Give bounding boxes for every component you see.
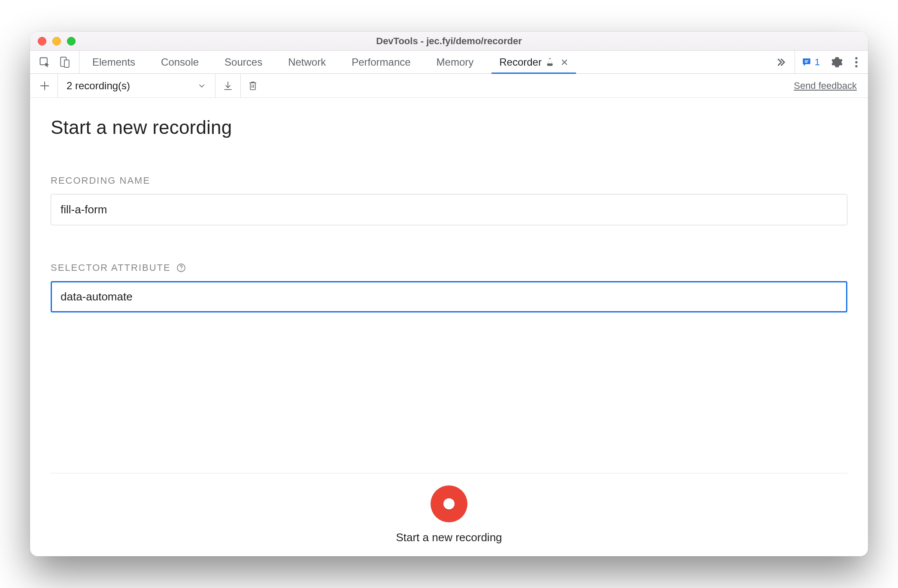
panel-tabs: Elements Console Sources Network Perform… bbox=[79, 51, 767, 73]
tab-label: Elements bbox=[92, 56, 135, 68]
tab-recorder[interactable]: Recorder bbox=[486, 51, 581, 73]
tab-label: Network bbox=[288, 56, 326, 68]
recording-selector-label: 2 recording(s) bbox=[67, 80, 130, 92]
tab-sources[interactable]: Sources bbox=[212, 51, 275, 73]
title-bar: DevTools - jec.fyi/demo/recorder bbox=[30, 32, 868, 51]
recording-selector[interactable]: 2 recording(s) bbox=[58, 74, 215, 97]
window-minimize-button[interactable] bbox=[52, 37, 61, 45]
inspect-element-icon[interactable] bbox=[39, 56, 51, 68]
tab-elements[interactable]: Elements bbox=[79, 51, 148, 73]
recording-name-label: Recording Name bbox=[51, 175, 847, 186]
svg-point-10 bbox=[181, 270, 182, 270]
selector-attribute-input[interactable] bbox=[51, 281, 847, 312]
tab-label: Console bbox=[161, 56, 199, 68]
chevron-down-icon bbox=[197, 81, 206, 91]
selector-attribute-group: Selector Attribute bbox=[51, 262, 847, 312]
message-icon bbox=[801, 57, 812, 68]
tab-network[interactable]: Network bbox=[275, 51, 339, 73]
panel-tabstrip: Elements Console Sources Network Perform… bbox=[30, 51, 868, 74]
window-title: DevTools - jec.fyi/demo/recorder bbox=[30, 36, 868, 47]
svg-point-6 bbox=[855, 61, 857, 63]
svg-rect-3 bbox=[804, 60, 808, 61]
recorder-footer: Start a new recording bbox=[51, 473, 847, 556]
gear-icon[interactable] bbox=[831, 56, 843, 68]
tab-memory[interactable]: Memory bbox=[424, 51, 487, 73]
export-button[interactable] bbox=[215, 74, 241, 97]
record-icon bbox=[443, 498, 455, 509]
selector-attribute-label: Selector Attribute bbox=[51, 262, 847, 273]
device-toolbar-icon[interactable] bbox=[59, 56, 70, 69]
tab-label: Recorder bbox=[499, 56, 542, 68]
recorder-create-pane: Start a new recording Recording Name Sel… bbox=[30, 98, 868, 556]
devtools-window: DevTools - jec.fyi/demo/recorder Element… bbox=[30, 32, 868, 556]
tab-performance[interactable]: Performance bbox=[339, 51, 423, 73]
page-title: Start a new recording bbox=[51, 117, 847, 138]
plus-icon bbox=[39, 80, 51, 92]
download-icon bbox=[222, 80, 234, 91]
svg-rect-8 bbox=[250, 83, 255, 90]
tab-label: Memory bbox=[437, 56, 474, 68]
start-recording-button[interactable] bbox=[431, 485, 467, 522]
window-zoom-button[interactable] bbox=[67, 37, 76, 45]
selector-attribute-label-text: Selector Attribute bbox=[51, 262, 171, 273]
new-recording-button[interactable] bbox=[39, 74, 58, 97]
start-recording-label: Start a new recording bbox=[396, 531, 502, 544]
trash-icon bbox=[248, 80, 258, 91]
help-icon[interactable] bbox=[176, 263, 186, 273]
traffic-lights bbox=[38, 37, 76, 45]
kebab-menu-icon[interactable] bbox=[854, 56, 859, 68]
tab-console[interactable]: Console bbox=[148, 51, 212, 73]
send-feedback-link[interactable]: Send feedback bbox=[794, 80, 859, 91]
more-tabs-button[interactable] bbox=[767, 56, 795, 68]
svg-rect-4 bbox=[804, 61, 807, 62]
window-close-button[interactable] bbox=[38, 37, 46, 45]
close-icon[interactable] bbox=[561, 58, 568, 66]
recording-name-group: Recording Name bbox=[51, 175, 847, 225]
recorder-toolbar: 2 recording(s) Send feedback bbox=[30, 74, 868, 98]
issues-count: 1 bbox=[815, 57, 820, 68]
issues-button[interactable]: 1 bbox=[801, 57, 820, 68]
svg-rect-2 bbox=[64, 60, 69, 67]
flask-icon bbox=[545, 58, 555, 67]
recording-name-input[interactable] bbox=[51, 194, 847, 225]
tab-label: Sources bbox=[224, 56, 262, 68]
svg-point-7 bbox=[855, 65, 857, 67]
tab-label: Performance bbox=[352, 56, 410, 68]
svg-point-5 bbox=[855, 57, 857, 59]
delete-button[interactable] bbox=[241, 74, 265, 97]
